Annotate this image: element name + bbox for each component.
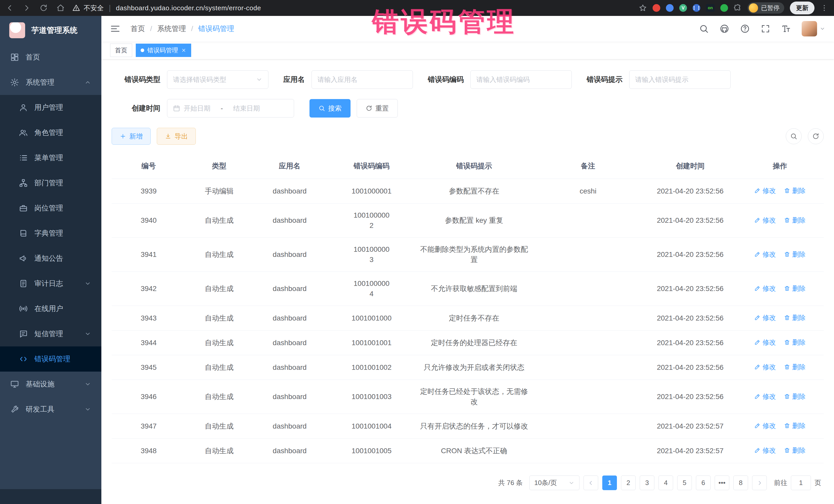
toggle-search-button[interactable] bbox=[786, 128, 802, 144]
edit-button[interactable]: 修改 bbox=[754, 249, 776, 259]
extension-icon[interactable]: on bbox=[706, 4, 715, 12]
sidebar-item-users[interactable]: 用户管理 bbox=[0, 95, 101, 120]
sidebar-item-online-users[interactable]: 在线用户 bbox=[0, 296, 101, 321]
cell-id: 3948 bbox=[112, 439, 186, 463]
breadcrumb-system[interactable]: 系统管理 bbox=[157, 24, 186, 34]
edit-button[interactable]: 修改 bbox=[754, 421, 776, 431]
sidebar-item-dict[interactable]: 字典管理 bbox=[0, 221, 101, 246]
sidebar-item-devtools[interactable]: 研发工具 bbox=[0, 397, 101, 422]
edit-button[interactable]: 修改 bbox=[754, 185, 776, 196]
header-type: 类型 bbox=[186, 153, 253, 179]
pagination-page-2[interactable]: 2 bbox=[621, 476, 636, 490]
input-placeholder: 请输入错误码编码 bbox=[476, 75, 530, 84]
browser-profile-chip[interactable]: 已暂停 bbox=[748, 2, 784, 14]
pagination-more[interactable]: ••• bbox=[715, 476, 729, 490]
extension-icon[interactable] bbox=[653, 4, 660, 12]
chevron-right-icon bbox=[756, 480, 763, 486]
delete-button[interactable]: 删除 bbox=[784, 391, 806, 401]
error-hint-input[interactable]: 请输入错误码提示 bbox=[629, 70, 730, 89]
browser-home-icon[interactable] bbox=[57, 4, 65, 12]
error-code-table: 编号 类型 应用名 错误码编码 错误码提示 备注 创建时间 操作 3939 手动… bbox=[112, 153, 824, 463]
sidebar-item-label: 系统管理 bbox=[26, 78, 54, 87]
edit-button[interactable]: 修改 bbox=[754, 337, 776, 348]
goto-page-input[interactable] bbox=[791, 476, 811, 490]
sidebar-item-audit-log[interactable]: 审计日志 bbox=[0, 271, 101, 296]
sidebar-collapse-bar[interactable] bbox=[0, 489, 101, 504]
help-icon[interactable] bbox=[740, 24, 750, 34]
font-size-icon[interactable] bbox=[781, 24, 791, 34]
chevron-down-icon bbox=[256, 76, 263, 83]
delete-button[interactable]: 删除 bbox=[784, 337, 806, 348]
pagination-page-3[interactable]: 3 bbox=[640, 476, 654, 490]
delete-button[interactable]: 删除 bbox=[784, 445, 806, 456]
browser-update-button[interactable]: 更新 bbox=[790, 2, 814, 14]
browser-menu-icon[interactable] bbox=[820, 4, 828, 12]
browser-back-icon[interactable] bbox=[6, 4, 14, 12]
sidebar-item-posts[interactable]: 岗位管理 bbox=[0, 196, 101, 221]
bookmark-star-icon[interactable] bbox=[639, 4, 647, 12]
extension-icon[interactable] bbox=[720, 4, 728, 12]
refresh-table-button[interactable] bbox=[808, 128, 824, 144]
reset-button[interactable]: 重置 bbox=[357, 99, 398, 117]
sidebar-item-infra[interactable]: 基础设施 bbox=[0, 372, 101, 397]
address-url[interactable]: dashboard.yudao.iocoder.cn/system/error-… bbox=[116, 4, 261, 12]
edit-button[interactable]: 修改 bbox=[754, 362, 776, 372]
sidebar-item-sms[interactable]: 短信管理 bbox=[0, 321, 101, 346]
pagination-page-4[interactable]: 4 bbox=[658, 476, 673, 490]
extension-icon[interactable]: ⋮⋮ bbox=[693, 4, 700, 12]
edit-button[interactable]: 修改 bbox=[754, 391, 776, 401]
page-size-select[interactable]: 10条/页 bbox=[529, 476, 579, 490]
error-type-select[interactable]: 请选择错误码类型 bbox=[167, 70, 268, 89]
pagination-prev-button[interactable] bbox=[584, 476, 598, 490]
address-divider: | bbox=[109, 4, 111, 12]
sidebar-item-depts[interactable]: 部门管理 bbox=[0, 170, 101, 196]
sidebar-item-notice[interactable]: 通知公告 bbox=[0, 246, 101, 271]
pagination-page-1[interactable]: 1 bbox=[602, 476, 617, 490]
edit-button[interactable]: 修改 bbox=[754, 215, 776, 225]
sidebar-item-menus[interactable]: 菜单管理 bbox=[0, 145, 101, 170]
search-button[interactable]: 搜索 bbox=[309, 99, 351, 117]
error-code-input[interactable]: 请输入错误码编码 bbox=[470, 70, 572, 89]
edit-button[interactable]: 修改 bbox=[754, 283, 776, 293]
delete-button[interactable]: 删除 bbox=[784, 249, 806, 259]
pagination-next-button[interactable] bbox=[752, 476, 767, 490]
sidebar-item-error-code[interactable]: 错误码管理 bbox=[0, 346, 101, 372]
breadcrumb-home[interactable]: 首页 bbox=[131, 24, 145, 34]
export-button[interactable]: 导出 bbox=[157, 128, 196, 145]
hamburger-icon[interactable] bbox=[110, 24, 120, 34]
sidebar-item-label: 首页 bbox=[26, 52, 40, 62]
fullscreen-icon[interactable] bbox=[761, 24, 770, 34]
sidebar-item-system[interactable]: 系统管理 bbox=[0, 70, 101, 95]
delete-button[interactable]: 删除 bbox=[784, 312, 806, 323]
delete-button[interactable]: 删除 bbox=[784, 215, 806, 225]
add-button[interactable]: 新增 bbox=[112, 128, 151, 145]
security-label[interactable]: 不安全 bbox=[84, 4, 104, 13]
pagination-page-8[interactable]: 8 bbox=[733, 476, 748, 490]
sidebar-item-home[interactable]: 首页 bbox=[0, 45, 101, 70]
app-logo[interactable]: 芋道管理系统 bbox=[0, 16, 101, 45]
vue-devtools-extension-icon[interactable]: V bbox=[679, 4, 687, 12]
extensions-puzzle-icon[interactable] bbox=[734, 4, 742, 12]
edit-button[interactable]: 修改 bbox=[754, 445, 776, 456]
user-menu[interactable] bbox=[802, 21, 825, 37]
delete-button[interactable]: 删除 bbox=[784, 185, 806, 196]
extension-icon[interactable] bbox=[666, 4, 674, 12]
pagination-page-6[interactable]: 6 bbox=[696, 476, 710, 490]
browser-forward-icon[interactable] bbox=[23, 4, 31, 12]
github-icon[interactable] bbox=[720, 24, 729, 34]
tag-home[interactable]: 首页 bbox=[110, 44, 132, 57]
cell-actions: 修改 删除 bbox=[736, 439, 824, 463]
close-icon[interactable] bbox=[181, 48, 186, 53]
pagination-page-5[interactable]: 5 bbox=[677, 476, 692, 490]
tag-error-code[interactable]: 错误码管理 bbox=[136, 44, 191, 57]
delete-button[interactable]: 删除 bbox=[784, 283, 806, 293]
delete-button[interactable]: 删除 bbox=[784, 362, 806, 372]
search-icon[interactable] bbox=[699, 24, 709, 34]
date-range-picker[interactable]: 开始日期 - 结束日期 bbox=[167, 99, 294, 117]
app-name-input[interactable]: 请输入应用名 bbox=[311, 70, 413, 89]
not-secure-warning-icon[interactable] bbox=[72, 4, 80, 12]
browser-reload-icon[interactable] bbox=[40, 4, 48, 12]
sidebar-item-roles[interactable]: 角色管理 bbox=[0, 120, 101, 145]
edit-button[interactable]: 修改 bbox=[754, 312, 776, 323]
delete-button[interactable]: 删除 bbox=[784, 421, 806, 431]
